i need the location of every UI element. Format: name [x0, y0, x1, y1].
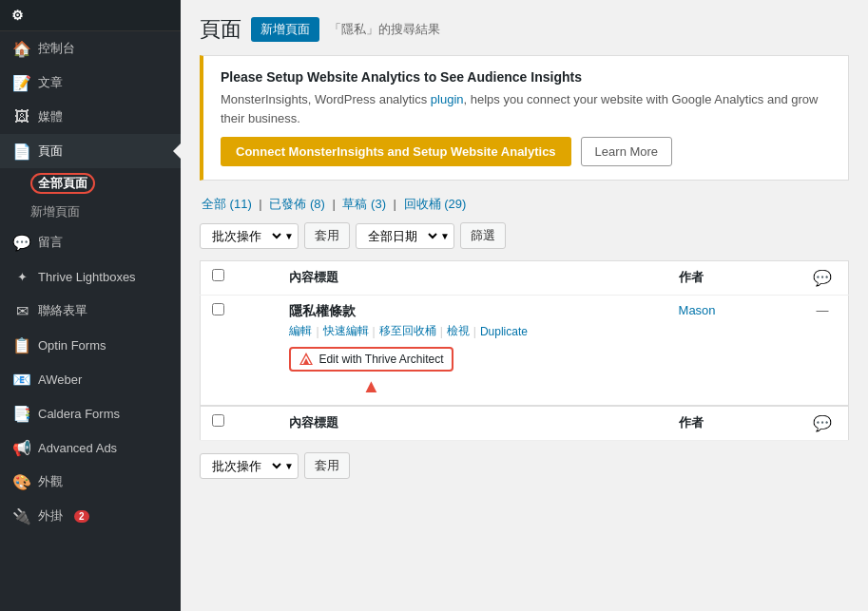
sidebar-sub-all-pages[interactable]: 全部頁面	[0, 168, 181, 199]
col-comment-header: 💬	[797, 261, 849, 296]
connect-button[interactable]: Connect MonsterInsights and Setup Websit…	[221, 137, 571, 166]
sidebar-item-pages[interactable]: 📄 頁面	[0, 134, 181, 168]
plugins-badge: 2	[74, 510, 89, 523]
filter-button[interactable]: 篩選	[460, 222, 506, 249]
sidebar-item-appearance[interactable]: 🎨 外觀	[0, 465, 181, 499]
sidebar-item-aweber[interactable]: 📧 AWeber	[0, 362, 181, 396]
banner-link[interactable]: plugin	[431, 92, 464, 106]
col-title-header[interactable]: 內容標題	[278, 261, 666, 296]
quick-edit-link[interactable]: 快速編輯	[323, 323, 369, 339]
chevron-down-icon-2: ▼	[440, 231, 453, 241]
sidebar-item-label: 留言	[38, 234, 63, 251]
sidebar-sub-new-page[interactable]: 新增頁面	[0, 199, 181, 225]
bottom-apply-button[interactable]: 套用	[304, 452, 350, 479]
sidebar-item-label: Optin Forms	[38, 338, 106, 353]
sidebar-item-label: 聯絡表單	[38, 302, 87, 319]
view-link[interactable]: 檢視	[447, 323, 470, 339]
bottom-col-comment: 💬	[797, 406, 849, 441]
edit-link[interactable]: 編輯	[289, 323, 312, 339]
filter-draft[interactable]: 草稿 (3)	[342, 197, 386, 211]
sidebar-item-label: 媒體	[38, 108, 63, 125]
comment-header-icon: 💬	[813, 270, 832, 286]
sidebar-item-advanced-ads[interactable]: 📢 Advanced Ads	[0, 430, 181, 465]
select-all-checkbox[interactable]	[212, 269, 224, 281]
filter-published[interactable]: 已發佈 (8)	[269, 197, 325, 211]
page-title: 頁面	[200, 15, 241, 44]
duplicate-link[interactable]: Duplicate	[480, 325, 528, 338]
sidebar-item-label: 外掛	[38, 507, 63, 525]
bulk-actions-select-wrap: 批次操作 ▼	[200, 223, 299, 249]
bottom-col-title[interactable]: 內容標題	[278, 406, 666, 441]
bottom-bulk-select[interactable]: 批次操作	[201, 454, 284, 478]
sidebar-item-label: 頁面	[38, 143, 63, 160]
sidebar-item-label: 外觀	[38, 473, 63, 490]
optin-icon: 📋	[13, 336, 30, 353]
date-select[interactable]: 全部日期	[357, 224, 440, 248]
row-actions: 編輯 | 快速編輯 | 移至回收桶 | 檢視 | Duplicate	[289, 323, 655, 397]
thrive-architect-logo	[299, 352, 314, 367]
sidebar-item-contact[interactable]: ✉ 聯絡表單	[0, 294, 181, 328]
col-author-header[interactable]: 作者	[667, 261, 797, 296]
bottom-col-check	[201, 406, 279, 441]
learn-more-button[interactable]: Learn More	[581, 137, 672, 166]
red-arrow-icon: ▲	[362, 375, 381, 397]
search-result-label: 「隱私」的搜尋結果	[329, 21, 440, 38]
main-content: 頁面 新增頁面 「隱私」的搜尋結果 Please Setup Website A…	[181, 0, 868, 611]
thrive-icon: ✦	[13, 268, 30, 285]
sidebar-logo: ⚙	[0, 0, 181, 31]
sidebar-item-posts[interactable]: 📝 文章	[0, 66, 181, 100]
bottom-col-author[interactable]: 作者	[667, 406, 797, 441]
banner-description: MonsterInsights, WordPress analytics plu…	[221, 90, 831, 127]
sidebar-item-plugins[interactable]: 🔌 外掛 2	[0, 499, 181, 533]
comment-count: —	[816, 303, 828, 317]
banner-buttons: Connect MonsterInsights and Setup Websit…	[221, 137, 831, 166]
table-row: 隱私權條款 編輯 | 快速編輯 | 移至回收桶 | 檢視 | Duplicate	[201, 296, 849, 407]
row-comment-cell: —	[797, 296, 849, 407]
caldera-icon: 📑	[13, 405, 30, 422]
sidebar-item-label: 文章	[38, 74, 63, 91]
sidebar-item-label: Advanced Ads	[38, 441, 117, 455]
bulk-actions-select[interactable]: 批次操作	[201, 224, 284, 248]
pages-table: 內容標題 作者 💬 隱私權條款 編輯 |	[200, 260, 849, 441]
filter-links: 全部 (11) | 已發佈 (8) | 草稿 (3) | 回收桶 (29)	[200, 196, 849, 213]
appearance-icon: 🎨	[13, 473, 30, 490]
pages-icon: 📄	[13, 143, 30, 160]
chevron-down-icon: ▼	[284, 231, 298, 241]
bulk-actions-bar: 批次操作 ▼ 套用 全部日期 ▼ 篩選	[200, 222, 849, 249]
media-icon: 🖼	[13, 108, 30, 125]
row-checkbox-cell	[201, 296, 279, 407]
sidebar: ⚙ 🏠 控制台 📝 文章 🖼 媒體 📄 頁面 全部頁面 新增頁面 💬 留言 ✦ …	[0, 0, 181, 611]
author-link[interactable]: Mason	[679, 303, 716, 317]
row-checkbox[interactable]	[212, 303, 224, 315]
dashboard-icon: 🏠	[13, 40, 30, 57]
sidebar-item-thrive[interactable]: ✦ Thrive Lightboxes	[0, 259, 181, 294]
bottom-comment-icon: 💬	[813, 415, 832, 431]
post-title[interactable]: 隱私權條款	[289, 303, 655, 320]
filter-trash[interactable]: 回收桶 (29)	[404, 197, 467, 211]
col-check-header	[201, 261, 279, 296]
contact-icon: ✉	[13, 302, 30, 319]
bottom-select-all[interactable]	[212, 414, 224, 427]
row-author-cell: Mason	[667, 296, 797, 407]
bottom-chevron-icon: ▼	[284, 461, 298, 471]
sidebar-item-optin[interactable]: 📋 Optin Forms	[0, 328, 181, 362]
posts-icon: 📝	[13, 74, 30, 91]
sidebar-item-label: Caldera Forms	[38, 407, 120, 421]
analytics-banner: Please Setup Website Analytics to See Au…	[200, 55, 849, 181]
sidebar-item-caldera[interactable]: 📑 Caldera Forms	[0, 396, 181, 430]
aweber-icon: 📧	[13, 371, 30, 388]
plugins-icon: 🔌	[13, 507, 30, 525]
sidebar-item-media[interactable]: 🖼 媒體	[0, 100, 181, 134]
date-select-wrap: 全部日期 ▼	[356, 223, 454, 249]
active-arrow	[173, 143, 181, 159]
thrive-architect-button[interactable]: Edit with Thrive Architect	[289, 347, 453, 372]
filter-all[interactable]: 全部 (11)	[202, 197, 252, 211]
sidebar-item-dashboard[interactable]: 🏠 控制台	[0, 31, 181, 66]
trash-link[interactable]: 移至回收桶	[379, 323, 436, 339]
sidebar-item-label: 控制台	[38, 40, 75, 57]
new-page-label: 新增頁面	[30, 204, 80, 219]
new-page-button[interactable]: 新增頁面	[251, 17, 319, 42]
comments-icon: 💬	[13, 234, 30, 251]
apply-button[interactable]: 套用	[304, 222, 350, 249]
sidebar-item-comments[interactable]: 💬 留言	[0, 225, 181, 259]
